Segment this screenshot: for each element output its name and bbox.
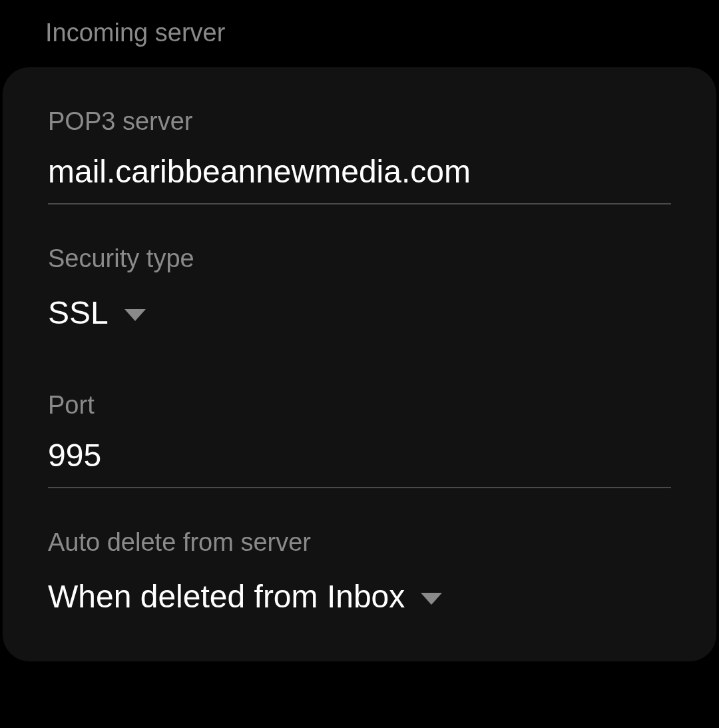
chevron-down-icon bbox=[421, 593, 442, 605]
security-type-field-group: Security type SSL bbox=[48, 244, 671, 331]
port-field-group: Port bbox=[48, 391, 671, 488]
port-input[interactable] bbox=[48, 432, 671, 488]
security-type-dropdown[interactable]: SSL bbox=[48, 294, 671, 331]
auto-delete-field-group: Auto delete from server When deleted fro… bbox=[48, 528, 671, 615]
auto-delete-label: Auto delete from server bbox=[48, 528, 671, 557]
auto-delete-value: When deleted from Inbox bbox=[48, 578, 405, 615]
auto-delete-dropdown[interactable]: When deleted from Inbox bbox=[48, 578, 671, 615]
port-label: Port bbox=[48, 391, 671, 420]
pop3-server-label: POP3 server bbox=[48, 107, 671, 136]
pop3-server-field-group: POP3 server bbox=[48, 107, 671, 204]
chevron-down-icon bbox=[124, 309, 146, 321]
security-type-label: Security type bbox=[48, 244, 671, 273]
incoming-server-card: POP3 server Security type SSL Port Auto … bbox=[3, 67, 716, 661]
section-header: Incoming server bbox=[0, 0, 719, 67]
security-type-value: SSL bbox=[48, 294, 109, 331]
pop3-server-input[interactable] bbox=[48, 148, 671, 204]
